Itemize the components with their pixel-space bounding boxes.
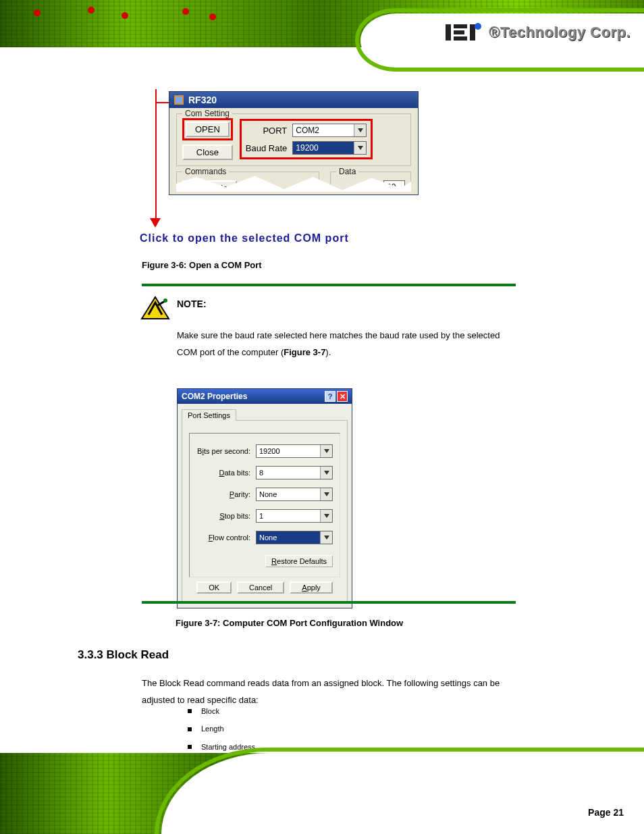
baud-combo[interactable] [292, 141, 367, 155]
bps-combo[interactable] [256, 444, 333, 458]
svg-point-5 [475, 23, 481, 30]
note-ref: Figure 3-7 [284, 347, 325, 357]
help-button-icon[interactable]: ? [325, 391, 336, 402]
svg-rect-3 [454, 36, 467, 41]
svg-marker-16 [324, 536, 329, 540]
port-baud-highlight-box: PORT Baud Rate [240, 119, 373, 159]
close-button[interactable]: Close [182, 145, 233, 160]
rf320-titlebar: RF320 [169, 92, 418, 108]
flow-label: Flow control: [196, 533, 250, 542]
app-icon [173, 95, 184, 105]
bps-label: Bits per second: [196, 447, 250, 455]
databits-label: Data bits: [196, 469, 250, 477]
brand-text: ®Technology Corp. [489, 24, 630, 41]
page-number: Page 21 [588, 807, 624, 818]
list-item: Length [188, 720, 255, 737]
stopbits-label: Stop bits: [196, 512, 250, 520]
data-legend: Data [336, 167, 358, 176]
svg-rect-7 [176, 97, 182, 103]
databits-combo[interactable] [256, 466, 333, 479]
figure-3-6-caption: Figure 3-6: Open a COM Port [142, 260, 262, 270]
svg-marker-12 [324, 449, 329, 453]
flow-combo[interactable] [256, 531, 333, 544]
svg-point-11 [163, 298, 167, 303]
svg-rect-1 [454, 24, 467, 28]
note-body: Make sure the baud rate selected here ma… [177, 328, 509, 361]
close-button-icon[interactable]: ✕ [337, 391, 348, 402]
torn-lower-area: Commands Read Blo Data [176, 166, 411, 192]
divider [142, 284, 516, 286]
baud-value[interactable] [293, 142, 354, 154]
callout-arrow-icon [154, 89, 157, 228]
port-label: PORT [246, 126, 287, 136]
note-triangle-icon [140, 296, 170, 320]
header-band: ®Technology Corp. [0, 0, 644, 81]
bullet-square-icon [188, 709, 192, 713]
svg-rect-0 [446, 24, 451, 41]
rf320-window-screenshot: RF320 Com Setting OPEN Close PORT [169, 91, 419, 195]
dropdown-arrow-icon[interactable] [320, 467, 332, 479]
apply-button[interactable]: Apply [290, 581, 333, 594]
figure-3-7-caption: Figure 3-7: Computer COM Port Configurat… [176, 618, 403, 628]
com-setting-group: Com Setting OPEN Close PORT [176, 113, 411, 166]
com2-titlebar: COM2 Properties ? ✕ [178, 389, 352, 404]
rf320-title-text: RF320 [188, 95, 217, 105]
stopbits-combo[interactable] [256, 509, 333, 523]
brand-logo-block: ®Technology Corp. [443, 19, 630, 46]
com2-title-text: COM2 Properties [182, 392, 247, 401]
dropdown-arrow-icon[interactable] [354, 142, 366, 154]
svg-marker-14 [324, 492, 329, 496]
restore-defaults-button[interactable]: Restore Defaults [265, 555, 333, 567]
baud-label: Baud Rate [246, 143, 287, 153]
svg-marker-9 [358, 146, 363, 150]
port-settings-panel: Bits per second: Data bits: Parity: Stop… [189, 433, 340, 577]
ok-button[interactable]: OK [196, 581, 232, 594]
open-highlight-box: OPEN [182, 118, 233, 140]
port-combo[interactable] [292, 124, 367, 137]
port-value[interactable] [293, 124, 354, 136]
svg-marker-8 [358, 128, 363, 132]
footer-swoosh [161, 753, 645, 834]
dropdown-arrow-icon[interactable] [320, 488, 332, 500]
dropdown-arrow-icon[interactable] [354, 124, 366, 136]
dropdown-arrow-icon[interactable] [320, 445, 332, 457]
commands-legend: Commands [182, 167, 229, 176]
open-button[interactable]: OPEN [186, 122, 230, 137]
svg-marker-15 [324, 514, 329, 518]
dropdown-arrow-icon[interactable] [320, 510, 332, 522]
list-item: Block [188, 702, 255, 720]
dropdown-arrow-icon[interactable] [320, 531, 332, 544]
iei-logo-icon [443, 19, 483, 46]
com-setting-legend: Com Setting [182, 109, 232, 118]
cancel-button[interactable]: Cancel [237, 581, 284, 594]
bullet-square-icon [188, 727, 192, 731]
note-title: NOTE: [177, 298, 207, 309]
brand-mark: ® [489, 24, 500, 41]
parity-combo[interactable] [256, 488, 333, 501]
com2-properties-dialog: COM2 Properties ? ✕ Port Settings Bits p… [177, 388, 352, 608]
divider [142, 601, 516, 604]
footer-band: Page 21 [0, 739, 644, 834]
svg-rect-2 [454, 30, 464, 34]
page-content: RF320 Com Setting OPEN Close PORT [0, 88, 644, 739]
section-heading: 3.3.3 Block Read [78, 648, 169, 662]
callout-caption: Click to open the selected COM port [140, 232, 349, 244]
tab-port-settings[interactable]: Port Settings [182, 409, 236, 421]
parity-label: Parity: [196, 490, 250, 498]
svg-rect-4 [470, 24, 475, 41]
svg-marker-13 [324, 471, 329, 475]
